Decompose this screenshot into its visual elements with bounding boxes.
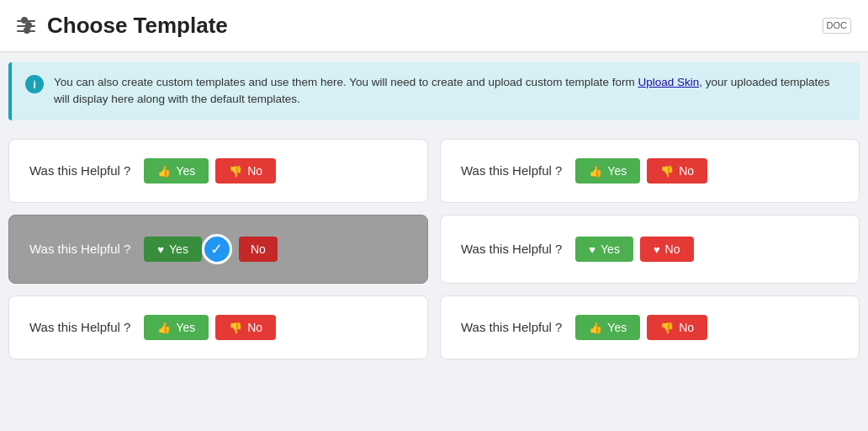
yes-button-4[interactable]: Yes: [575, 237, 633, 262]
yes-label-3: Yes: [169, 242, 188, 256]
template-label-1: Was this Helpful ?: [29, 163, 130, 178]
template-label-2: Was this Helpful ?: [461, 163, 562, 178]
header: Choose Template DOC: [0, 0, 868, 52]
no-button-1[interactable]: No: [215, 158, 276, 184]
yes-label-5: Yes: [176, 321, 195, 334]
no-label-4: No: [665, 242, 680, 256]
yes-label-4: Yes: [601, 242, 620, 256]
yes-label-6: Yes: [607, 321, 627, 334]
thumb-down-icon-6: [660, 321, 674, 334]
no-button-3[interactable]: No: [239, 237, 278, 262]
upload-skin-link[interactable]: Upload Skin: [638, 76, 699, 88]
yes-button-3[interactable]: Yes: [144, 237, 202, 262]
template-card-5[interactable]: Was this Helpful ? Yes No: [8, 295, 428, 359]
yes-button-1[interactable]: Yes: [144, 158, 209, 184]
sliders-icon: [17, 20, 35, 32]
heart-icon-4: [589, 242, 595, 256]
page-title: Choose Template: [47, 13, 228, 39]
no-label-5: No: [247, 321, 262, 334]
yes-button-2[interactable]: Yes: [575, 158, 640, 184]
template-label-6: Was this Helpful ?: [461, 320, 562, 334]
template-card-1[interactable]: Was this Helpful ? Yes No: [8, 139, 428, 203]
thumb-up-icon-6: [589, 321, 602, 334]
no-button-5[interactable]: No: [215, 315, 276, 340]
no-label-3: No: [251, 242, 266, 256]
template-card-2[interactable]: Was this Helpful ? Yes No: [440, 139, 860, 203]
btn-group-5: Yes No: [144, 315, 276, 340]
btn-group-3: Yes ✓ No: [144, 234, 277, 264]
btn-group-2: Yes No: [575, 158, 707, 184]
templates-grid: Was this Helpful ? Yes No Was this Helpf…: [0, 130, 868, 368]
info-text: You can also create custom templates and…: [54, 74, 846, 109]
thumb-down-icon-2: [660, 164, 674, 178]
template-label-3: Was this Helpful ?: [29, 242, 130, 256]
template-card-3[interactable]: Was this Helpful ? Yes ✓ No: [8, 215, 428, 284]
heart-icon-3: [157, 242, 164, 256]
header-left: Choose Template: [17, 13, 228, 39]
no-label-1: No: [247, 164, 262, 178]
template-label-5: Was this Helpful ?: [29, 320, 130, 334]
template-card-4[interactable]: Was this Helpful ? Yes No: [440, 215, 860, 284]
yes-button-5[interactable]: Yes: [144, 315, 209, 340]
thumb-up-icon-2: [589, 164, 602, 178]
no-button-6[interactable]: No: [647, 315, 707, 340]
thumb-up-icon-1: [157, 164, 171, 178]
btn-group-6: Yes No: [575, 315, 707, 340]
template-label-4: Was this Helpful ?: [461, 242, 562, 256]
thumb-down-icon-5: [229, 321, 242, 334]
yes-label-2: Yes: [607, 164, 627, 178]
info-text-before: You can also create custom templates and…: [54, 76, 638, 88]
selected-check-overlay: ✓: [202, 234, 232, 264]
yes-button-6[interactable]: Yes: [575, 315, 640, 340]
btn-group-1: Yes No: [144, 158, 276, 184]
thumb-up-icon-5: [157, 321, 171, 334]
doc-button[interactable]: DOC: [823, 18, 851, 34]
info-banner: i You can also create custom templates a…: [8, 62, 860, 120]
yes-label-1: Yes: [176, 164, 195, 178]
template-card-6[interactable]: Was this Helpful ? Yes No: [440, 295, 860, 359]
info-icon: i: [25, 75, 44, 93]
no-button-4[interactable]: No: [640, 237, 694, 262]
dislike-icon-4: [654, 242, 660, 256]
thumb-down-icon-1: [229, 164, 242, 178]
no-label-6: No: [679, 321, 694, 334]
no-label-2: No: [679, 164, 694, 178]
no-button-2[interactable]: No: [647, 158, 707, 184]
btn-group-4: Yes No: [575, 237, 693, 262]
